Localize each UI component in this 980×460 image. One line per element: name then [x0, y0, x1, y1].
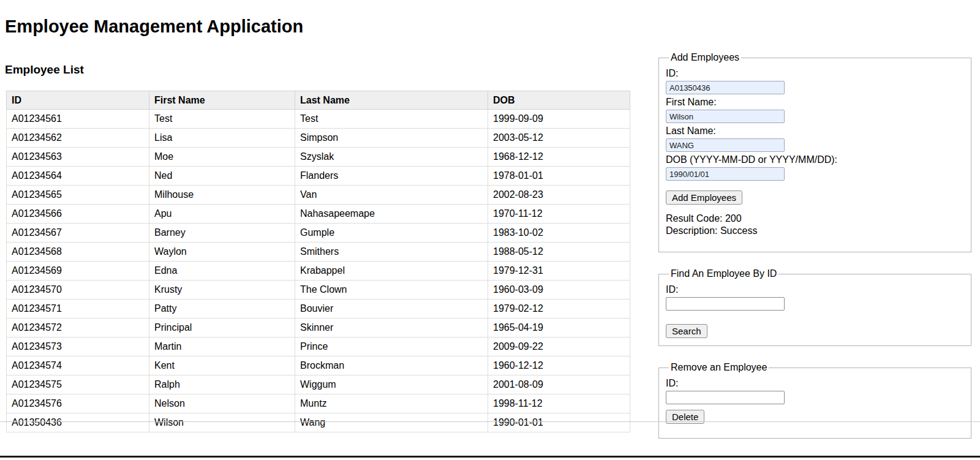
page-title: Employee Management Application	[5, 18, 303, 36]
add-employees-button[interactable]: Add Employees	[666, 190, 742, 205]
table-cell: Flanders	[295, 167, 488, 186]
table-cell: 1988-05-12	[488, 243, 630, 262]
table-row: A01234565MilhouseVan2002-08-23	[7, 186, 630, 205]
table-cell: A01234561	[7, 110, 149, 129]
table-cell: Wiggum	[295, 375, 488, 394]
table-row: A01234563MoeSzyslak1968-12-12	[7, 148, 630, 167]
table-cell: The Clown	[295, 281, 488, 300]
add-employees-panel: Add Employees ID: First Name: Last Name:…	[658, 52, 971, 252]
table-cell: 1978-01-01	[488, 167, 630, 186]
add-dob-input[interactable]	[666, 167, 785, 181]
table-cell: 1999-09-09	[488, 110, 630, 129]
table-cell: Szyslak	[295, 148, 488, 167]
table-row: A01234571PattyBouvier1979-02-12	[7, 300, 630, 319]
find-id-field-group: ID:	[666, 284, 964, 311]
table-cell: A01234570	[7, 281, 149, 300]
result-description-text: Description: Success	[666, 225, 964, 237]
table-cell: Nahasapeemape	[295, 205, 488, 224]
column-header: First Name	[149, 91, 295, 110]
table-row: A01350436WilsonWang1990-01-01	[7, 413, 630, 432]
table-cell: Kent	[149, 356, 295, 375]
table-cell: Van	[295, 186, 488, 205]
table-cell: Ned	[149, 167, 295, 186]
table-cell: 1998-11-12	[488, 394, 630, 413]
remove-employee-panel: Remove an Employee ID: Delete	[658, 362, 971, 439]
table-cell: Brockman	[295, 356, 488, 375]
add-result-block: Result Code: 200 Description: Success	[666, 213, 964, 237]
table-row: A01234572PrincipalSkinner1965-04-19	[7, 319, 630, 337]
remove-employee-legend: Remove an Employee	[669, 362, 769, 373]
remove-id-field-group: ID:	[666, 377, 964, 404]
find-employee-panel: Find An Employee By ID ID: Search	[658, 268, 971, 346]
add-first-name-input[interactable]	[666, 110, 785, 123]
table-cell: Ralph	[149, 375, 295, 394]
table-row: A01234573MartinPrince2009-09-22	[7, 337, 630, 356]
table-row: A01234567BarneyGumple1983-10-02	[7, 224, 630, 243]
table-cell: Principal	[149, 319, 295, 337]
table-cell: Wilson	[149, 413, 295, 432]
table-cell: Skinner	[295, 319, 488, 337]
column-header: Last Name	[295, 91, 488, 110]
table-cell: A01234568	[7, 243, 149, 262]
table-cell: Nelson	[149, 394, 295, 413]
add-first-name-field-group: First Name:	[666, 96, 964, 123]
table-cell: 1990-01-01	[488, 413, 630, 432]
table-cell: Barney	[149, 224, 295, 243]
table-cell: 2009-09-22	[488, 337, 630, 356]
add-first-name-label: First Name:	[666, 96, 964, 108]
table-cell: Apu	[149, 205, 295, 224]
table-cell: 2001-08-09	[488, 375, 630, 394]
table-cell: Milhouse	[149, 186, 295, 205]
table-row: A01234564NedFlanders1978-01-01	[7, 167, 630, 186]
add-last-name-input[interactable]	[666, 138, 785, 152]
table-cell: A01234567	[7, 224, 149, 243]
add-last-name-label: Last Name:	[666, 125, 964, 137]
add-dob-label: DOB (YYYY-MM-DD or YYYY/MM/DD):	[666, 154, 964, 166]
table-row: A01234569EdnaKrabappel1979-12-31	[7, 262, 630, 281]
table-cell: A01234569	[7, 262, 149, 281]
table-cell: A01234566	[7, 205, 149, 224]
delete-button[interactable]: Delete	[666, 410, 704, 424]
table-cell: Test	[295, 110, 488, 129]
find-id-input[interactable]	[666, 297, 785, 311]
app-window: Employee Management Application Employee…	[0, 0, 980, 460]
table-cell: A01234571	[7, 300, 149, 319]
employee-list-heading: Employee List	[5, 64, 84, 75]
table-cell: Lisa	[149, 129, 295, 148]
table-cell: A01234562	[7, 129, 149, 148]
table-cell: Edna	[149, 262, 295, 281]
table-cell: 1965-04-19	[488, 319, 630, 337]
table-cell: 2002-08-23	[488, 186, 630, 205]
window-bottom-edge	[0, 456, 980, 458]
table-cell: Smithers	[295, 243, 488, 262]
table-cell: A01350436	[7, 413, 149, 432]
table-row: A01234562LisaSimpson2003-05-12	[7, 129, 630, 148]
table-cell: A01234574	[7, 356, 149, 375]
table-row: A01234575RalphWiggum2001-08-09	[7, 375, 630, 394]
table-cell: 1960-03-09	[488, 281, 630, 300]
search-button[interactable]: Search	[666, 324, 707, 338]
employee-table: IDFirst NameLast NameDOB A01234561TestTe…	[6, 91, 630, 432]
add-last-name-field-group: Last Name:	[666, 125, 964, 152]
result-code-text: Result Code: 200	[666, 213, 964, 225]
column-header: ID	[7, 91, 149, 110]
table-cell: 1983-10-02	[488, 224, 630, 243]
table-cell: 1979-02-12	[488, 300, 630, 319]
table-row: A01234574KentBrockman1960-12-12	[7, 356, 630, 375]
table-cell: Waylon	[149, 243, 295, 262]
add-employees-legend: Add Employees	[669, 52, 741, 63]
remove-id-input[interactable]	[666, 391, 785, 404]
table-row: A01234566ApuNahasapeemape1970-11-12	[7, 205, 630, 224]
add-id-input[interactable]	[666, 81, 785, 94]
table-cell: Prince	[295, 337, 488, 356]
find-id-label: ID:	[666, 284, 964, 296]
table-cell: Muntz	[295, 394, 488, 413]
find-employee-legend: Find An Employee By ID	[669, 268, 778, 279]
table-cell: 1970-11-12	[488, 205, 630, 224]
table-cell: Test	[149, 110, 295, 129]
table-cell: Gumple	[295, 224, 488, 243]
table-cell: 1960-12-12	[488, 356, 630, 375]
table-row: A01234570KrustyThe Clown1960-03-09	[7, 281, 630, 300]
table-header-row: IDFirst NameLast NameDOB	[7, 91, 630, 110]
table-cell: Bouvier	[295, 300, 488, 319]
